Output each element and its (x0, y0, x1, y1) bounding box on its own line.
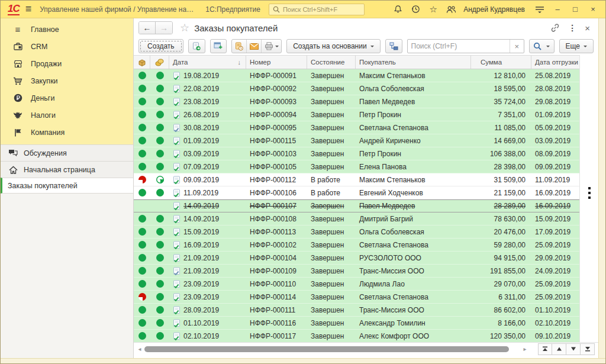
sidebar-item-dengi[interactable]: Деньги (1, 89, 133, 107)
table-row[interactable]: 09.09.2019НФФР-000112В работеМаксим Степ… (134, 173, 579, 186)
sidebar-item-nalogi[interactable]: Налоги (1, 107, 133, 124)
table-row[interactable]: 01.09.2019НФФР-000115ЗавершенАндрей Кири… (134, 134, 579, 147)
document-icon (173, 293, 180, 301)
search-clear-icon[interactable]: × (510, 40, 524, 53)
sidebar-item-kompaniya[interactable]: Компания (1, 124, 133, 141)
cell-ship-date: 01.09.2019 (531, 108, 579, 121)
service-menu-icon[interactable] (532, 3, 547, 16)
cell-ship-date: 17.09.2019 (531, 226, 579, 238)
table-row[interactable]: 28.09.2019НФФР-000111ЗавершенТранс-Мисси… (134, 304, 579, 317)
column-sum[interactable]: Сумма (471, 56, 531, 69)
cell-payment-status (150, 226, 169, 238)
create-based-on-button[interactable]: Создать на основании (286, 39, 381, 53)
table-row[interactable]: 22.08.2019НФФР-000092ЗавершенОльга Собол… (134, 82, 579, 95)
column-shipment[interactable] (134, 56, 150, 69)
go-prev-row-button[interactable] (552, 343, 566, 355)
table-row[interactable]: 11.09.2019НФФР-000106В работеЕвгений Ход… (134, 186, 579, 199)
forward-button[interactable]: → (156, 22, 172, 34)
table-row[interactable]: 19.08.2019НФФР-000091ЗавершенМаксим Степ… (134, 69, 579, 82)
new-window-button[interactable] (210, 39, 227, 53)
close-window-button[interactable]: × (585, 3, 601, 16)
table-row[interactable]: 26.08.2019НФФР-000094ЗавершенПетр Прокин… (134, 108, 579, 121)
status-complete-icon (156, 319, 164, 327)
table-row[interactable]: 30.08.2019НФФР-000095ЗавершенСветлана Ст… (134, 121, 579, 134)
close-panel-icon[interactable]: × (585, 23, 590, 33)
cell-shipment-status (134, 252, 150, 264)
cell-payment-status (150, 69, 169, 82)
copy-document-button[interactable] (188, 39, 205, 53)
table-row[interactable]: 21.09.2019НФФР-000109ЗавершенТранс-Мисси… (134, 265, 579, 278)
document-posting-icon[interactable] (232, 40, 247, 53)
minimize-button[interactable]: – (550, 3, 565, 16)
table-row[interactable]: 23.09.2019НФФР-000110ЗавершенЛюдмила Лао… (134, 278, 579, 291)
cell-payment-status (150, 291, 169, 303)
cell-sum: 120 350,00 (471, 330, 531, 342)
subordination-structure-button[interactable] (385, 39, 402, 53)
table-row[interactable]: 03.09.2019НФФР-000103ЗавершенПетр Прокин… (134, 147, 579, 160)
open-window-zakazy-pokupatelei[interactable]: Заказы покупателей (1, 178, 133, 194)
cell-buyer: Петр Прокин (356, 108, 471, 121)
table-row[interactable]: 14.09.2019НФФР-000108ЗавершенДмитрий Баг… (134, 212, 579, 226)
go-next-row-button[interactable] (566, 343, 581, 355)
maximize-button[interactable]: □ (568, 3, 583, 16)
status-complete-icon (156, 215, 164, 223)
cell-number: НФФР-000104 (246, 252, 307, 264)
go-first-row-button[interactable] (538, 343, 552, 355)
cell-number: НФФР-000093 (246, 95, 307, 108)
global-search-box[interactable]: Поиск Ctrl+Shift+F (269, 4, 365, 15)
scroll-right-arrow[interactable]: ▸ (521, 346, 528, 352)
sidebar-item-prodazhi[interactable]: Продажи (1, 55, 133, 72)
table-row[interactable]: 02.10.2019НФФР-000117ЗавершенАлекс Комфо… (134, 330, 579, 342)
table-row[interactable]: 23.09.2019НФФР-000114ЗавершенСветлана Ст… (134, 291, 579, 304)
horizontal-scroll-track[interactable] (144, 346, 520, 353)
print-icon[interactable] (262, 40, 281, 53)
sidebar-item-glavnoe[interactable]: ≡ Главное (1, 21, 133, 38)
notifications-bell-icon[interactable] (390, 3, 405, 16)
more-menu-icon[interactable]: ⋮ (568, 23, 576, 33)
main-menu-icon[interactable]: ≡ (25, 3, 32, 15)
go-last-row-button[interactable] (581, 343, 595, 355)
cell-number: НФФР-000116 (246, 317, 307, 329)
column-payment[interactable] (150, 56, 169, 69)
current-user-name[interactable]: Андрей Кудрявцев (463, 5, 525, 14)
table-row[interactable]: 23.08.2019НФФР-000093ЗавершенПавел Медве… (134, 95, 579, 108)
column-state[interactable]: Состояние (307, 56, 356, 69)
advanced-search-button[interactable] (529, 39, 555, 53)
vertical-scrollbar-thumb[interactable] (588, 187, 591, 199)
column-date[interactable]: Дата ↓ (169, 56, 246, 69)
users-icon[interactable] (443, 3, 459, 16)
cell-buyer: Павел Медведев (356, 95, 471, 108)
vertical-scrollbar[interactable] (579, 55, 598, 342)
cell-payment-status (150, 252, 169, 264)
sidebar-item-obsuzhdeniya[interactable]: Обсуждения (1, 144, 133, 161)
add-favorite-star-icon[interactable]: ☆ (180, 21, 189, 34)
more-actions-button[interactable]: Еще (559, 39, 594, 53)
column-number[interactable]: Номер (246, 56, 307, 69)
cell-payment-status (150, 186, 169, 199)
back-button[interactable]: ← (139, 22, 156, 34)
table-row[interactable]: 01.10.2019НФФР-000116ЗавершенАлександр Т… (134, 317, 579, 330)
list-search-input[interactable] (408, 42, 510, 50)
sidebar-item-label: Деньги (31, 94, 54, 102)
favorites-star-icon[interactable]: ☆ (426, 3, 441, 16)
table-row[interactable]: 14.09.2019НФФР-000107ЗавершенПавел Медве… (134, 199, 579, 212)
scroll-left-arrow[interactable]: ◂ (136, 346, 143, 352)
column-ship-date[interactable]: Дата отгрузки (531, 56, 579, 69)
column-buyer[interactable]: Покупатель (356, 56, 471, 69)
table-row[interactable]: 16.09.2019НФФР-000102ЗавершенСветлана Ст… (134, 239, 579, 252)
get-link-icon[interactable] (550, 23, 560, 33)
status-partial-red-icon (138, 293, 146, 301)
sidebar-item-crm[interactable]: CRM (1, 38, 133, 55)
history-icon[interactable] (408, 3, 423, 16)
cell-shipment-status (134, 160, 150, 173)
table-row[interactable]: 15.09.2019НФФР-000113ЗавершенОльга Собол… (134, 226, 579, 239)
send-email-icon[interactable] (247, 40, 262, 53)
create-button[interactable]: Создать (138, 39, 183, 53)
table-row[interactable]: 07.09.2019НФФР-000105ЗавершенЕлена Панов… (134, 160, 579, 173)
sidebar-item-nachalnaya-stranica[interactable]: Начальная страница (1, 161, 133, 178)
coins-icon (155, 59, 164, 66)
sidebar-item-zakupki[interactable]: Закупки (1, 72, 133, 89)
horizontal-scroll-thumb[interactable] (144, 346, 509, 352)
cell-date: 23.08.2019 (169, 95, 246, 108)
table-row[interactable]: 21.09.2019НФФР-000104ЗавершенРУСЗОЛОТО О… (134, 252, 579, 265)
